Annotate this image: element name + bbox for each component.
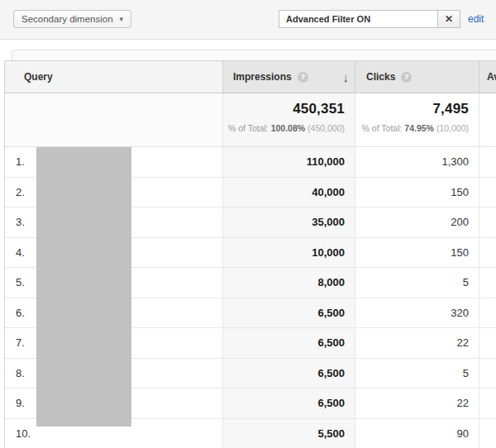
advanced-filter-label: Advanced Filter ON [286, 11, 370, 27]
row-rank: 1. [16, 155, 25, 168]
totals-row: 450,351 % of Total: 100.08% (450,000) 7,… [5, 93, 496, 147]
column-header-query[interactable]: Query [5, 61, 223, 93]
row-rank: 9. [16, 397, 25, 409]
totals-impressions-cell: 450,351 % of Total: 100.08% (450,000) [223, 93, 355, 146]
percent-of-total-label: % of Total: [362, 123, 403, 133]
redacted-query-names-block [36, 147, 131, 427]
clicks-cell: 200 [355, 207, 479, 237]
clicks-cell: 5 [355, 268, 479, 298]
impressions-cell: 40,000 [223, 178, 355, 207]
totals-average-cell [479, 93, 496, 146]
clicks-cell: 90 [355, 419, 479, 448]
clicks-cell: 22 [355, 328, 479, 358]
column-header-impressions[interactable]: Impressions ? ↓ [223, 61, 355, 93]
average-cell [479, 238, 496, 268]
table-header-row: Query Impressions ? ↓ Clicks ? Ave [5, 61, 496, 93]
impressions-cell: 5,500 [223, 419, 355, 448]
secondary-dimension-button[interactable]: Secondary dimension ▾ [13, 10, 131, 28]
clicks-cell: 22 [355, 388, 479, 418]
row-rank: 10. [16, 427, 31, 440]
average-header-label: Ave [487, 71, 496, 83]
column-header-clicks[interactable]: Clicks ? [355, 61, 479, 93]
sort-descending-icon: ↓ [343, 70, 350, 84]
percent-of-total-value: 100.08% [271, 123, 305, 133]
toolbar: Secondary dimension ▾ Advanced Filter ON… [0, 0, 496, 40]
percent-of-total-value: 74.95% [404, 123, 434, 133]
clicks-total-value: 7,495 [355, 101, 469, 117]
impressions-cell: 110,000 [223, 147, 355, 177]
row-rank: 7. [16, 336, 25, 349]
row-rank: 3. [16, 216, 25, 228]
percent-of-total-base: (10,000) [436, 123, 469, 133]
average-cell [479, 268, 496, 298]
impressions-cell: 6,500 [223, 388, 355, 418]
clicks-cell: 150 [355, 178, 479, 207]
row-rank: 5. [16, 276, 25, 288]
average-cell [479, 298, 496, 328]
clicks-total-percent: % of Total: 74.95% (10,000) [355, 123, 469, 133]
average-cell [479, 147, 496, 177]
average-cell [479, 359, 496, 388]
close-icon: ✕ [445, 13, 453, 25]
percent-of-total-base: (450,000) [308, 123, 345, 133]
average-cell [479, 178, 496, 207]
impressions-cell: 6,500 [223, 328, 355, 358]
impressions-total-value: 450,351 [223, 101, 345, 117]
clicks-cell: 320 [355, 298, 479, 328]
analytics-query-report: Secondary dimension ▾ Advanced Filter ON… [0, 0, 496, 448]
clicks-cell: 1,300 [355, 147, 479, 177]
average-cell [479, 419, 496, 448]
advanced-filter-chip: Advanced Filter ON ✕ [279, 10, 460, 28]
filter-close-button[interactable]: ✕ [437, 11, 460, 27]
chevron-down-icon: ▾ [120, 16, 124, 23]
impressions-cell: 10,000 [223, 238, 355, 268]
query-header-label: Query [24, 71, 53, 83]
clicks-cell: 5 [355, 359, 479, 388]
row-rank: 2. [16, 186, 25, 198]
row-rank: 6. [16, 307, 25, 319]
average-cell [479, 207, 496, 237]
help-icon[interactable]: ? [298, 72, 308, 83]
column-header-average-cutoff[interactable]: Ave [479, 61, 496, 93]
percent-of-total-label: % of Total: [228, 123, 269, 133]
row-rank: 8. [16, 367, 25, 379]
average-cell [479, 388, 496, 418]
secondary-dimension-label: Secondary dimension [21, 14, 113, 24]
clicks-cell: 150 [355, 238, 479, 268]
clicks-header-label: Clicks [366, 71, 395, 83]
impressions-cell: 35,000 [223, 207, 355, 237]
totals-query-cell [5, 93, 223, 146]
impressions-cell: 6,500 [223, 359, 355, 388]
impressions-cell: 6,500 [223, 298, 355, 328]
impressions-total-percent: % of Total: 100.08% (450,000) [223, 123, 345, 133]
totals-clicks-cell: 7,495 % of Total: 74.95% (10,000) [355, 93, 479, 146]
row-rank: 4. [16, 246, 25, 259]
filter-edit-link[interactable]: edit [468, 13, 484, 25]
impressions-header-label: Impressions [233, 71, 292, 83]
impressions-cell: 8,000 [223, 268, 355, 298]
help-icon[interactable]: ? [401, 72, 412, 83]
average-cell [479, 328, 496, 358]
